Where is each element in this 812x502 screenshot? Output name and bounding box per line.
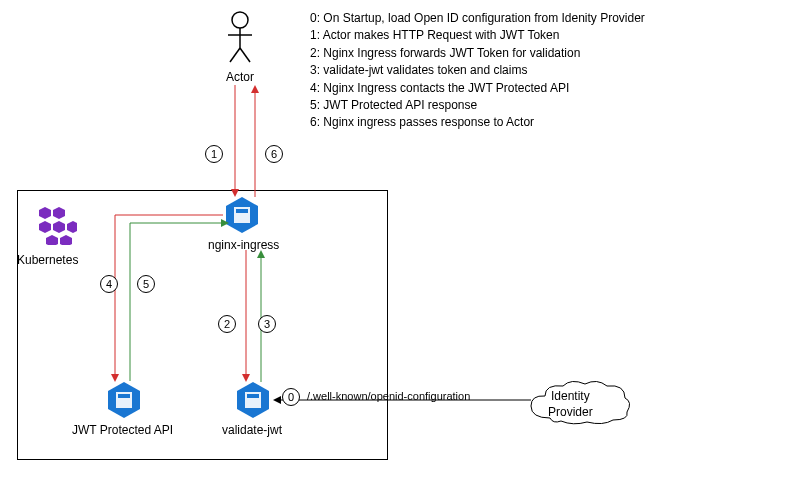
- svg-marker-24: [251, 85, 259, 93]
- svg-marker-11: [60, 235, 72, 245]
- kubernetes-label: Kubernetes: [17, 253, 78, 267]
- svg-marker-8: [53, 221, 65, 233]
- validate-jwt-icon: [233, 380, 273, 420]
- svg-marker-30: [257, 250, 265, 258]
- step-0-text: 0: On Startup, load Open ID configuratio…: [310, 10, 645, 27]
- svg-marker-7: [39, 221, 51, 233]
- svg-marker-5: [39, 207, 51, 219]
- validate-jwt-label: validate-jwt: [222, 423, 282, 437]
- step-6-text: 6: Nginx ingress passes response to Acto…: [310, 114, 645, 131]
- svg-marker-6: [53, 207, 65, 219]
- step-badge-0: 0: [282, 388, 300, 406]
- svg-rect-17: [118, 394, 130, 398]
- step-4-text: 4: Nginx Ingress contacts the JWT Protec…: [310, 80, 645, 97]
- svg-marker-28: [242, 374, 250, 382]
- jwt-api-icon: [104, 380, 144, 420]
- identity-provider-label: IdentityProvider: [548, 389, 593, 420]
- arrow-jwtapi-to-nginx: [130, 223, 230, 383]
- jwt-api-label: JWT Protected API: [72, 423, 173, 437]
- arrow-nginx-to-validate: [241, 250, 251, 382]
- step-badge-5: 5: [137, 275, 155, 293]
- svg-point-0: [232, 12, 248, 28]
- svg-marker-32: [273, 396, 281, 404]
- step-badge-3: 3: [258, 315, 276, 333]
- svg-marker-22: [231, 189, 239, 197]
- step-5-text: 5: JWT Protected API response: [310, 97, 645, 114]
- step-badge-1: 1: [205, 145, 223, 163]
- svg-rect-20: [247, 394, 259, 398]
- step-badge-6: 6: [265, 145, 283, 163]
- arrow-nginx-to-actor: [250, 85, 260, 197]
- svg-line-4: [240, 48, 250, 62]
- svg-marker-10: [46, 235, 58, 245]
- svg-line-3: [230, 48, 240, 62]
- actor-icon: [225, 10, 255, 65]
- step-badge-4: 4: [100, 275, 118, 293]
- arrow-actor-to-nginx: [230, 85, 240, 197]
- actor-label: Actor: [225, 70, 255, 84]
- svg-rect-14: [236, 209, 248, 213]
- openid-config-path-label: /.well-known/openid-configuration: [307, 390, 470, 402]
- step-badge-2: 2: [218, 315, 236, 333]
- svg-marker-9: [67, 221, 77, 233]
- step-1-text: 1: Actor makes HTTP Request with JWT Tok…: [310, 27, 645, 44]
- step-2-text: 2: Nginx Ingress forwards JWT Token for …: [310, 45, 645, 62]
- steps-legend: 0: On Startup, load Open ID configuratio…: [310, 10, 645, 132]
- kubernetes-icon: [35, 203, 77, 245]
- step-3-text: 3: validate-jwt validates token and clai…: [310, 62, 645, 79]
